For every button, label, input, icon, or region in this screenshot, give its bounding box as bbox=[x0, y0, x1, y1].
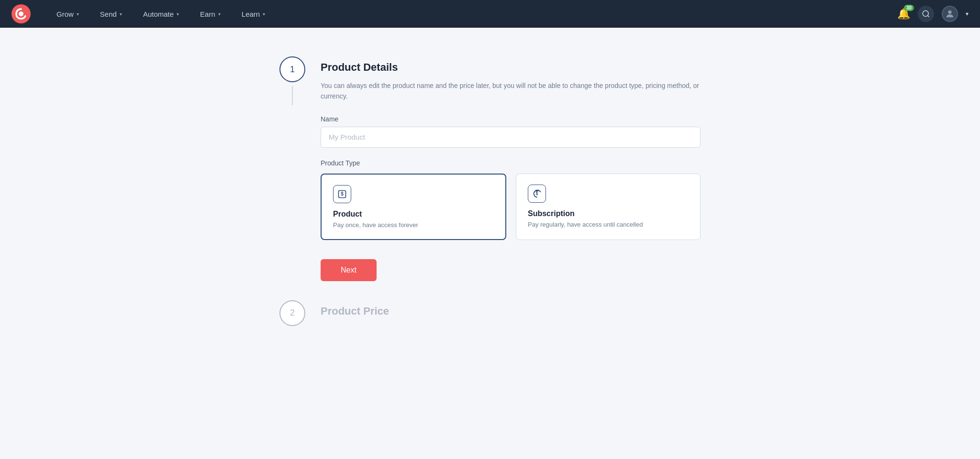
nav-item-send[interactable]: Send ▾ bbox=[89, 0, 133, 28]
product-type-label: Product Type bbox=[321, 159, 701, 167]
step1-body: Product Details You can always edit the … bbox=[321, 56, 701, 281]
user-avatar[interactable] bbox=[942, 6, 958, 22]
notification-badge: 30 bbox=[904, 5, 914, 11]
send-chevron-icon: ▾ bbox=[120, 11, 122, 17]
navbar: Grow ▾ Send ▾ Automate ▾ Earn ▾ Learn ▾ … bbox=[0, 0, 980, 28]
search-circle-button[interactable] bbox=[918, 6, 934, 22]
step1-container: 1 Product Details You can always edit th… bbox=[279, 56, 701, 281]
grow-chevron-icon: ▾ bbox=[77, 11, 79, 17]
nav-item-grow[interactable]: Grow ▾ bbox=[46, 0, 89, 28]
svg-text:$: $ bbox=[341, 191, 344, 197]
name-label: Name bbox=[321, 115, 701, 123]
step2-number: 2 bbox=[290, 308, 295, 318]
subscription-icon: $ bbox=[528, 185, 546, 203]
nav-label-automate: Automate bbox=[143, 10, 174, 18]
subscription-card-title: Subscription bbox=[528, 209, 689, 218]
step1-left: 1 bbox=[279, 56, 305, 105]
nav-item-earn[interactable]: Earn ▾ bbox=[189, 0, 231, 28]
product-type-card-subscription[interactable]: $ Subscription Pay regularly, have acces… bbox=[516, 174, 701, 240]
automate-chevron-icon: ▾ bbox=[177, 11, 179, 17]
step2-body: Product Price bbox=[321, 300, 701, 317]
product-icon: $ bbox=[333, 185, 351, 203]
step2-circle: 2 bbox=[279, 300, 305, 326]
step1-circle: 1 bbox=[279, 56, 305, 82]
step2-container: 2 Product Price bbox=[279, 300, 701, 326]
step2-title: Product Price bbox=[321, 305, 701, 317]
nav-label-earn: Earn bbox=[200, 10, 215, 18]
nav-item-learn[interactable]: Learn ▾ bbox=[231, 0, 276, 28]
step1-line bbox=[292, 86, 293, 105]
next-button[interactable]: Next bbox=[321, 259, 377, 281]
nav-label-grow: Grow bbox=[56, 10, 74, 18]
nav-right: 🔔 30 ▾ bbox=[897, 6, 969, 22]
svg-point-1 bbox=[19, 11, 23, 16]
subscription-card-description: Pay regularly, have access until cancell… bbox=[528, 221, 689, 228]
main-content: 1 Product Details You can always edit th… bbox=[260, 28, 720, 345]
nav-label-send: Send bbox=[100, 10, 117, 18]
svg-text:$: $ bbox=[536, 192, 538, 196]
product-name-input[interactable] bbox=[321, 127, 701, 148]
earn-chevron-icon: ▾ bbox=[218, 11, 221, 17]
product-card-description: Pay once, have access forever bbox=[333, 221, 494, 229]
nav-item-automate[interactable]: Automate ▾ bbox=[133, 0, 189, 28]
step2-left: 2 bbox=[279, 300, 305, 326]
user-menu-chevron-icon[interactable]: ▾ bbox=[966, 11, 969, 17]
product-type-card-product[interactable]: $ Product Pay once, have access forever bbox=[321, 174, 506, 240]
step1-title: Product Details bbox=[321, 61, 701, 74]
product-type-row: $ Product Pay once, have access forever … bbox=[321, 174, 701, 240]
nav-items: Grow ▾ Send ▾ Automate ▾ Earn ▾ Learn ▾ bbox=[46, 0, 897, 28]
svg-point-3 bbox=[948, 11, 951, 14]
step1-number: 1 bbox=[290, 65, 295, 75]
step1-description: You can always edit the product name and… bbox=[321, 80, 701, 102]
notification-button[interactable]: 🔔 30 bbox=[897, 8, 910, 20]
logo[interactable] bbox=[11, 4, 31, 23]
svg-point-2 bbox=[923, 11, 928, 16]
nav-label-learn: Learn bbox=[242, 10, 260, 18]
product-card-title: Product bbox=[333, 210, 494, 219]
learn-chevron-icon: ▾ bbox=[263, 11, 265, 17]
